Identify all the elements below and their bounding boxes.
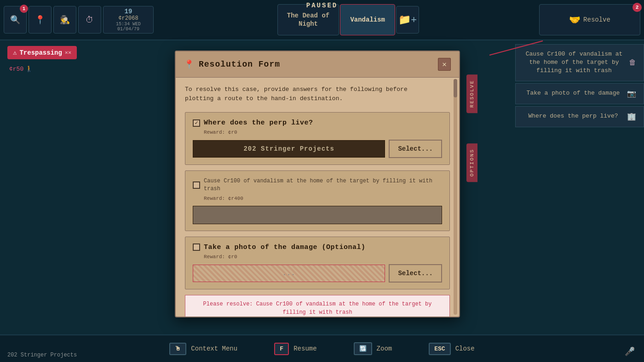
options-side-tab[interactable]: OPTIONS — [466, 143, 477, 182]
section-perp-header: Where does the perp live? — [193, 119, 442, 127]
right-panel-photo-text: Take a photo of the damage — [523, 89, 623, 97]
f-key-badge[interactable]: F — [274, 343, 289, 355]
resolution-modal: RESOLVE OPTIONS 📍 Resolution Form ✕ To r… — [175, 51, 460, 317]
map-pin-icon: 📍 — [35, 15, 45, 25]
modal-close-button[interactable]: ✕ — [438, 58, 451, 71]
modal-title: Resolution Form — [199, 60, 280, 69]
stats-time: 15:34 WED 01/04/79 — [105, 22, 151, 32]
checkbox-perp-live[interactable] — [193, 119, 200, 127]
warning-icon: ⚠ — [13, 49, 17, 57]
search-icon-btn[interactable]: 🔍 1 — [4, 6, 27, 34]
esc-key-badge: ESC — [429, 343, 450, 355]
building-icon: 🏢 — [627, 112, 636, 121]
stats-currency: ¢r2068 — [118, 15, 138, 22]
checkbox-vandalism[interactable] — [193, 181, 200, 189]
clock-icon: ⏱ — [86, 15, 94, 25]
person-icon: 🕵 — [60, 15, 70, 25]
modal-description: To resolve this case, provide answers fo… — [185, 85, 450, 103]
bottom-bar: 🖱 Context Menu F Resume 🔃 Zoom ESC Close — [0, 334, 644, 362]
perp-live-select-btn[interactable]: Select... — [389, 140, 442, 158]
paused-label: PAUSED — [306, 2, 338, 9]
handshake-icon: 🤝 — [569, 14, 581, 26]
clock-icon-btn[interactable]: ⏱ — [78, 6, 101, 34]
trespass-x-icon: ✕✕ — [65, 49, 71, 56]
zoom-label: Zoom — [377, 345, 392, 352]
new-tab-btn[interactable]: 📁+ — [396, 6, 419, 34]
close-label: Close — [455, 345, 475, 352]
person-icon-btn[interactable]: 🕵 — [53, 6, 76, 34]
trespassing-label: Trespassing — [19, 49, 62, 57]
perp-live-reward: Reward: ¢r0 — [193, 130, 442, 135]
trespass-cost-value: ¢r50 — [9, 66, 23, 73]
vandalism-answer — [193, 206, 442, 224]
camera-icon: 📷 — [627, 89, 636, 98]
resume-label: Resume — [293, 345, 316, 352]
photo-row: ... Select... — [193, 264, 442, 283]
scrollbar-track[interactable] — [454, 79, 457, 315]
resolve-side-tab[interactable]: RESOLVE — [466, 74, 477, 113]
map-pin-icon-btn[interactable]: 📍 — [29, 6, 52, 34]
modal-header: 📍 Resolution Form ✕ — [176, 51, 459, 78]
vandalism-label: Cause Cr100 of vandalism at the home of … — [204, 177, 442, 193]
vandalism-reward: Reward: ¢r400 — [193, 196, 442, 201]
right-panel-trash-text: Cause Cr100 of vandalism at the home of … — [523, 50, 625, 75]
error-message: Please resolve: Cause Cr100 of vandalism… — [185, 295, 450, 317]
modal-inner: RESOLVE OPTIONS 📍 Resolution Form ✕ To r… — [175, 51, 460, 317]
trespassing-badge: ⚠ Trespassing ✕✕ — [7, 46, 77, 59]
zoom-icon: 🔃 — [354, 342, 372, 355]
section-photo-header: Take a photo of the damage (Optional) — [193, 243, 442, 251]
tab-area: The Dead of Night Vandalism 📁+ — [157, 4, 539, 35]
footer-location: 202 Stringer Projects — [7, 352, 77, 358]
stats-number: 19 — [125, 8, 132, 15]
mic-icon: 🎤 — [625, 346, 635, 356]
right-panel-item-perp[interactable]: Where does the perp live? 🏢 — [515, 106, 644, 127]
mouse-icon: 🖱 — [169, 343, 186, 355]
trash-icon: 🗑 — [629, 58, 636, 67]
badge-2: 2 — [632, 3, 642, 12]
perp-live-answer: 202 Stringer Projects — [193, 140, 385, 158]
folder-plus-icon: 📁+ — [398, 14, 417, 26]
context-menu-label: Context Menu — [191, 345, 237, 352]
right-panel-item-trash[interactable]: Cause Cr100 of vandalism at the home of … — [515, 44, 644, 81]
trespass-person-icon: 🚶 — [25, 65, 33, 73]
right-panel-item-photo[interactable]: Take a photo of the damage 📷 — [515, 83, 644, 104]
modal-pin-icon: 📍 — [184, 59, 194, 69]
scrollbar-thumb[interactable] — [454, 79, 457, 97]
modal-body: To resolve this case, provide answers fo… — [176, 78, 459, 317]
close-action[interactable]: ESC Close — [410, 343, 493, 355]
resolve-button[interactable]: 🤝 Resolve 2 — [539, 4, 640, 35]
photo-answer: ... — [193, 265, 385, 282]
photo-label: Take a photo of the damage (Optional) — [204, 243, 366, 251]
stats-display: 19 ¢r2068 15:34 WED 01/04/79 — [103, 6, 154, 34]
checkbox-photo[interactable] — [193, 243, 200, 251]
form-section-perp-live: Where does the perp live? Reward: ¢r0 20… — [185, 112, 450, 165]
top-bar: PAUSED 🔍 1 📍 🕵 ⏱ 19 ¢r2068 15:34 WED 01/… — [0, 0, 644, 40]
zoom-action[interactable]: 🔃 Zoom — [335, 342, 411, 355]
resume-action[interactable]: F Resume — [256, 343, 335, 355]
search-icon: 🔍 — [10, 15, 20, 25]
perp-live-label: Where does the perp live? — [204, 119, 313, 127]
context-menu-action[interactable]: 🖱 Context Menu — [151, 343, 256, 355]
section-vandalism-header: Cause Cr100 of vandalism at the home of … — [193, 177, 442, 193]
tab-vandalism-label: Vandalism — [350, 16, 385, 23]
badge-1: 1 — [20, 5, 28, 13]
tab-dead-of-night-label: The Dead of Night — [287, 11, 329, 28]
top-icons: 🔍 1 📍 🕵 ⏱ 19 ¢r2068 15:34 WED 01/04/79 — [0, 2, 157, 37]
right-panel: Cause Cr100 of vandalism at the home of … — [515, 44, 644, 127]
form-section-photo: Take a photo of the damage (Optional) Re… — [185, 237, 450, 289]
error-text: Please resolve: Cause Cr100 of vandalism… — [192, 300, 443, 317]
right-panel-perp-text: Where does the perp live? — [523, 112, 623, 120]
perp-live-row: 202 Stringer Projects Select... — [193, 140, 442, 158]
tab-vandalism[interactable]: Vandalism — [340, 4, 395, 35]
form-section-vandalism: Cause Cr100 of vandalism at the home of … — [185, 170, 450, 231]
trespass-cost: ¢r50 🚶 — [9, 65, 33, 73]
photo-select-btn[interactable]: Select... — [389, 264, 442, 283]
photo-reward: Reward: ¢r0 — [193, 254, 442, 260]
close-x-icon: ✕ — [442, 60, 447, 69]
resolve-label: Resolve — [583, 16, 610, 23]
